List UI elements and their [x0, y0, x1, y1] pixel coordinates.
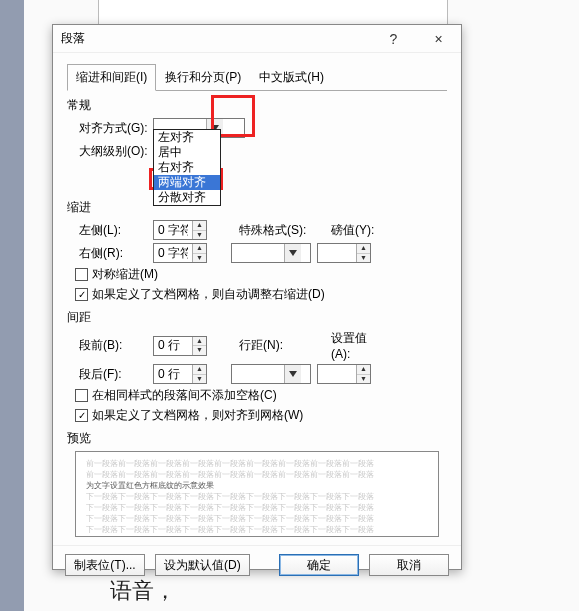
align-option-center[interactable]: 居中: [154, 145, 220, 160]
section-preview: 预览: [67, 430, 447, 447]
chevron-down-icon[interactable]: [284, 365, 301, 383]
tab-asian-layout[interactable]: 中文版式(H): [250, 64, 333, 91]
alignment-option-list[interactable]: 左对齐 居中 右对齐 两端对齐 分散对齐: [153, 129, 221, 206]
special-format-dropdown[interactable]: [231, 243, 311, 263]
space-after-label: 段后(F):: [67, 366, 153, 383]
space-after-input[interactable]: [154, 365, 192, 383]
at-spinner[interactable]: ▲▼: [317, 364, 371, 384]
left-indent-spinner[interactable]: ▲▼: [153, 220, 207, 240]
by-input[interactable]: [318, 244, 356, 262]
alignment-label: 对齐方式(G):: [67, 120, 153, 137]
by-spinner[interactable]: ▲▼: [317, 243, 371, 263]
spin-up-icon[interactable]: ▲: [193, 244, 206, 254]
section-spacing: 间距: [67, 309, 447, 326]
cancel-button[interactable]: 取消: [369, 554, 449, 576]
spin-down-icon[interactable]: ▼: [193, 346, 206, 355]
right-indent-spinner[interactable]: ▲▼: [153, 243, 207, 263]
checkbox-checked-icon: ✓: [75, 409, 88, 422]
paragraph-dialog: 段落 ? × 缩进和间距(I) 换行和分页(P) 中文版式(H) 常规 对齐方式…: [52, 24, 462, 570]
tab-line-page-breaks[interactable]: 换行和分页(P): [156, 64, 250, 91]
spin-up-icon[interactable]: ▲: [357, 244, 370, 254]
space-before-label: 段前(B):: [67, 337, 153, 354]
at-label: 设置值(A):: [323, 330, 383, 361]
no-space-same-style-checkbox[interactable]: 在相同样式的段落间不添加空格(C): [75, 387, 447, 404]
space-before-spinner[interactable]: ▲▼: [153, 336, 207, 356]
right-indent-input[interactable]: [154, 244, 192, 262]
space-before-input[interactable]: [154, 337, 192, 355]
chevron-down-icon[interactable]: [284, 244, 301, 262]
auto-adjust-indent-checkbox[interactable]: ✓ 如果定义了文档网格，则自动调整右缩进(D): [75, 286, 447, 303]
spin-up-icon[interactable]: ▲: [193, 221, 206, 231]
spin-up-icon[interactable]: ▲: [357, 365, 370, 375]
spin-down-icon[interactable]: ▼: [193, 254, 206, 263]
section-general: 常规: [67, 97, 447, 114]
align-option-distributed[interactable]: 分散对齐: [154, 190, 220, 205]
line-spacing-label: 行距(N):: [231, 337, 311, 354]
outline-label: 大纲级别(O):: [67, 143, 153, 160]
align-option-justify[interactable]: 两端对齐: [154, 175, 220, 190]
spin-down-icon[interactable]: ▼: [193, 231, 206, 240]
left-indent-label: 左侧(L):: [67, 222, 153, 239]
section-indent: 缩进: [67, 199, 447, 216]
spin-up-icon[interactable]: ▲: [193, 365, 206, 375]
special-format-label: 特殊格式(S):: [231, 222, 311, 239]
spin-down-icon[interactable]: ▼: [193, 375, 206, 384]
dialog-title: 段落: [61, 30, 371, 47]
set-default-button[interactable]: 设为默认值(D): [155, 554, 250, 576]
mirror-indent-checkbox[interactable]: 对称缩进(M): [75, 266, 447, 283]
tabs-button[interactable]: 制表位(T)...: [65, 554, 145, 576]
checkbox-icon: [75, 389, 88, 402]
dialog-titlebar: 段落 ? ×: [53, 25, 461, 53]
align-option-left[interactable]: 左对齐: [154, 130, 220, 145]
by-label: 磅值(Y):: [323, 222, 383, 239]
ok-button[interactable]: 确定: [279, 554, 359, 576]
tab-indent-spacing[interactable]: 缩进和间距(I): [67, 64, 156, 91]
line-spacing-dropdown[interactable]: [231, 364, 311, 384]
align-option-right[interactable]: 右对齐: [154, 160, 220, 175]
checkbox-checked-icon: ✓: [75, 288, 88, 301]
left-indent-input[interactable]: [154, 221, 192, 239]
right-indent-label: 右侧(R):: [67, 245, 153, 262]
checkbox-icon: [75, 268, 88, 281]
spin-down-icon[interactable]: ▼: [357, 254, 370, 263]
spin-down-icon[interactable]: ▼: [357, 375, 370, 384]
spin-up-icon[interactable]: ▲: [193, 337, 206, 347]
preview-box: 前一段落前一段落前一段落前一段落前一段落前一段落前一段落前一段落前一段落 前一段…: [75, 451, 439, 537]
dialog-button-bar: 制表位(T)... 设为默认值(D) 确定 取消: [53, 545, 461, 584]
dialog-tabs: 缩进和间距(I) 换行和分页(P) 中文版式(H): [67, 63, 447, 91]
snap-grid-checkbox[interactable]: ✓ 如果定义了文档网格，则对齐到网格(W): [75, 407, 447, 424]
close-button[interactable]: ×: [416, 25, 461, 53]
at-input[interactable]: [318, 365, 356, 383]
help-button[interactable]: ?: [371, 25, 416, 53]
space-after-spinner[interactable]: ▲▼: [153, 364, 207, 384]
